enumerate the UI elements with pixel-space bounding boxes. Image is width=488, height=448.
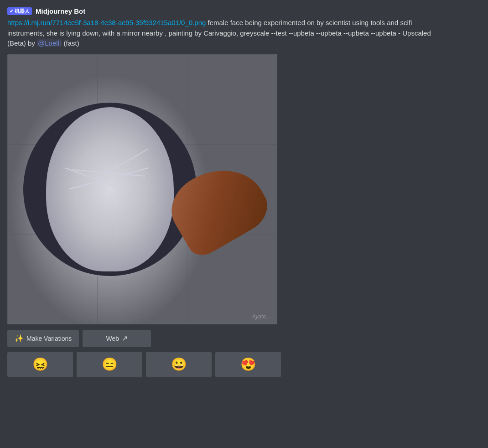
emoji-1: 😖 <box>32 357 48 372</box>
emoji-2: 😑 <box>102 357 118 372</box>
bot-badge-label: 机器人 <box>15 8 30 15</box>
emoji-reaction-2[interactable]: 😑 <box>77 352 142 377</box>
image-link[interactable]: https://i.mj.run/7714ee5f-3a18-4e38-ae95… <box>7 19 206 26</box>
emoji-reaction-4[interactable]: 😍 <box>215 352 281 377</box>
web-label: Web <box>106 335 119 342</box>
message-text: https://i.mj.run/7714ee5f-3a18-4e38-ae95… <box>7 18 450 49</box>
emoji-reaction-3[interactable]: 😀 <box>146 352 212 377</box>
sparkles-icon: ✨ <box>15 334 24 343</box>
image-inner: Ayato... <box>7 54 277 324</box>
generated-image: Ayato... <box>7 54 277 324</box>
checkmark-icon: ✔ <box>10 9 13 14</box>
emoji-4: 😍 <box>240 357 256 372</box>
emoji-reaction-1[interactable]: 😖 <box>7 352 73 377</box>
action-buttons-row: ✨ Make Variations Web ↗ <box>7 330 481 347</box>
make-variations-button[interactable]: ✨ Make Variations <box>7 330 79 347</box>
face-overlay <box>46 107 174 271</box>
watermark: Ayato... <box>252 313 270 320</box>
web-button[interactable]: Web ↗ <box>83 330 151 347</box>
make-variations-label: Make Variations <box>26 335 72 342</box>
external-link-icon: ↗ <box>122 334 128 343</box>
bot-name: Midjourney Bot <box>36 7 85 15</box>
emoji-3: 😀 <box>171 357 187 372</box>
speed-label: (fast) <box>62 39 79 47</box>
user-mention[interactable]: @Loelli <box>37 39 62 47</box>
bot-badge: ✔ 机器人 <box>7 7 32 15</box>
message-container: ✔ 机器人 Midjourney Bot https://i.mj.run/77… <box>0 0 488 385</box>
message-header: ✔ 机器人 Midjourney Bot <box>7 7 481 15</box>
generated-image-container: Ayato... <box>7 54 277 324</box>
emoji-reactions-row: 😖 😑 😀 😍 <box>7 352 481 377</box>
